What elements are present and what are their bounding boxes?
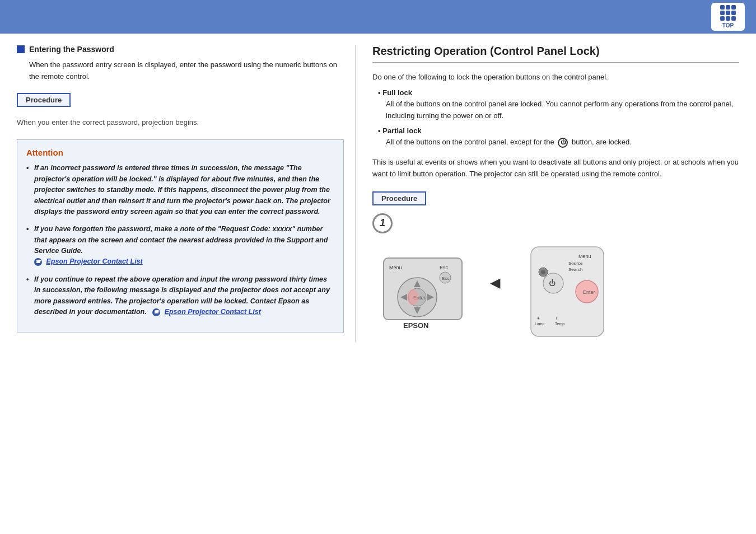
partial-lock-desc: All of the buttons on the control panel,… <box>386 137 739 148</box>
full-lock-desc: All of the buttons on the control panel … <box>386 99 739 122</box>
top-icon-grid <box>720 5 736 21</box>
attention-item-1: If an incorrect password is entered thre… <box>26 163 334 217</box>
step-1-circle: 1 <box>372 213 393 233</box>
svg-text:⏻: ⏻ <box>549 279 556 287</box>
procedure-button-right: Procedure <box>372 191 426 205</box>
attention-list: If an incorrect password is entered thre… <box>26 163 334 317</box>
svg-text:Search: Search <box>568 267 582 272</box>
top-label: TOP <box>722 22 734 29</box>
svg-text:Lamp: Lamp <box>535 322 545 326</box>
svg-text:Source: Source <box>568 261 583 266</box>
svg-rect-27 <box>541 270 545 274</box>
svg-text:EPSON: EPSON <box>403 321 429 330</box>
power-symbol-icon: ⏻ <box>558 138 568 148</box>
svg-text:☀: ☀ <box>536 316 540 320</box>
attention-item-2: If you have forgotten the password, make… <box>26 224 334 268</box>
svg-text:Menu: Menu <box>578 254 591 259</box>
useful-text: This is useful at events or shows when y… <box>372 156 739 180</box>
phone-icon-1 <box>34 258 42 266</box>
svg-text:Temp: Temp <box>555 322 564 326</box>
images-row: Menu Esc Enter Esc EPSON <box>372 241 739 342</box>
remote-control-image: Menu Source Search ⏻ Enter ☀ Lamp i Temp <box>522 241 612 342</box>
attention-item-3: If you continue to repeat the above oper… <box>26 274 334 318</box>
svg-text:Enter: Enter <box>583 289 595 295</box>
attention-box: Attention If an incorrect password is en… <box>17 139 344 332</box>
right-intro-text: Do one of the following to lock the oper… <box>372 71 739 83</box>
top-icon: TOP <box>711 3 745 31</box>
partial-lock-label: Partial lock <box>378 127 739 135</box>
after-procedure-text: When you enter the correct password, pro… <box>17 117 344 129</box>
projector-panel-image: Menu Esc Enter Esc EPSON <box>372 241 473 342</box>
bullet-partial-lock: Partial lock All of the buttons on the c… <box>378 127 739 148</box>
phone-icon-2 <box>152 308 160 316</box>
bullet-full-lock: Full lock All of the buttons on the cont… <box>378 88 739 122</box>
epson-link-1[interactable]: Epson Projector Contact List <box>46 257 142 265</box>
svg-text:Menu: Menu <box>389 265 402 270</box>
svg-text:Esc: Esc <box>440 265 449 270</box>
svg-text:Esc: Esc <box>442 276 449 281</box>
attention-title: Attention <box>26 148 334 157</box>
main-content: Entering the Password When the password … <box>0 34 756 353</box>
blue-square-icon <box>17 45 25 53</box>
left-panel: Entering the Password When the password … <box>17 45 356 342</box>
epson-link-2[interactable]: Epson Projector Contact List <box>165 308 261 316</box>
page-header: TOP <box>0 0 756 34</box>
right-panel: Restricting Operation (Control Panel Loc… <box>372 45 739 342</box>
svg-point-13 <box>407 289 418 305</box>
procedure-button-left: Procedure <box>17 93 71 107</box>
bullet-section: Full lock All of the buttons on the cont… <box>378 88 739 148</box>
section-heading: Entering the Password <box>17 45 344 54</box>
section-title: Entering the Password <box>29 45 114 54</box>
full-lock-label: Full lock <box>378 88 739 97</box>
right-title: Restricting Operation (Control Panel Loc… <box>372 45 739 63</box>
cursor-arrow-icon: ◀ <box>490 275 500 291</box>
intro-text: When the password entry screen is displa… <box>29 59 344 83</box>
